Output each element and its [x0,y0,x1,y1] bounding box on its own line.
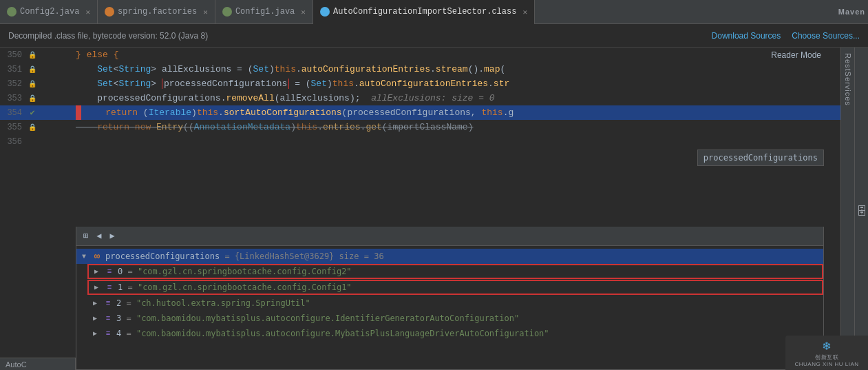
lock-icon-351: 🔒 [28,65,37,74]
debug-forward-btn[interactable]: ▶ [108,229,116,243]
tab-bar: Config2.java ✕ spring.factories ✕ Config… [0,0,868,24]
debug-panel: ⊞ ◀ ▶ ▼ ∞ processedConfigurations = {Lin… [76,227,824,370]
watermark: ❄ 创新互联 CHUANG XIN HU LIAN [785,336,868,370]
debug-toolbar: ⊞ ◀ ▶ [76,227,823,246]
item0-label: 0 = "com.gzl.cn.springbootcache.config.C… [118,267,352,276]
root-arrow: ▼ [82,253,92,260]
code-line-353: 353 🔒 processedConfigurations.removeAll(… [0,91,840,105]
info-links: Download Sources Choose Sources... [712,31,860,41]
db-sidebar[interactable]: 🗄 [854,48,868,370]
lock-icon-355: 🔒 [28,123,37,132]
debug-tree: ▼ ∞ processedConfigurations = {LinkedHas… [76,246,823,368]
item1-arrow: ▶ [94,283,104,291]
tree-root-item[interactable]: ▼ ∞ processedConfigurations = {LinkedHas… [76,249,823,264]
line-num-350: 350 [0,50,28,60]
item0-arrow: ▶ [94,267,104,276]
tab-auto-config[interactable]: AutoConfigurationImportSelector.class ✕ [313,0,535,24]
code-line-352: 352 🔒 Set<String> processedConfiguration… [0,76,840,91]
watermark-line1: 创新互联 [815,353,838,361]
config2-icon [7,7,17,17]
tab-auto-config-close[interactable]: ✕ [522,8,527,17]
code-line-355: 355 🔒 return new Entry((AnnotationMetada… [0,120,840,134]
debug-image-btn[interactable]: ⊞ [82,229,89,243]
gutter-355: 355 🔒 [0,123,76,132]
breakpoint-indicator-354 [76,105,81,120]
item4-label: 4 = "com.baomidou.mybatisplus.autoconfig… [116,329,549,338]
highlight-var-processedconfigurations: processedConfigurations [162,79,289,89]
breakpoint-354: ✔ [28,108,37,118]
tab-config2[interactable]: Config2.java ✕ [0,0,98,24]
line-code-352: Set<String> processedConfigurations = (S… [76,79,840,89]
code-line-356: 356 [0,134,840,149]
bottom-tab-label: AutoC [6,360,27,369]
code-area: Reader Mode 350 🔒 } else { 351 [0,48,840,370]
maven-top-label[interactable]: Maven [838,8,865,16]
right-sidebars: RestServices 🗄 [840,48,868,370]
code-line-351: 351 🔒 Set<String> allExclusions = (Set)t… [0,62,840,76]
line-num-355: 355 [0,123,28,132]
line-num-356: 356 [0,137,28,147]
line-code-355: return new Entry((AnnotationMetadata)thi… [76,122,840,132]
watermark-logo: ❄ [823,338,831,353]
line-num-353: 353 [0,94,28,103]
item4-icon: ≡ [103,329,114,338]
lock-icon-352: 🔒 [28,79,37,89]
debug-back-btn[interactable]: ◀ [95,229,103,243]
tree-item-4[interactable]: ▶ ≡ 4 = "com.baomidou.mybatisplus.autoco… [87,326,823,341]
tab-config1[interactable]: Config1.java ✕ [215,0,313,24]
spring-factories-icon [105,7,114,17]
tab-spring-factories-label: spring.factories [118,7,197,17]
item1-label: 1 = "com.gzl.cn.springbootcache.config.C… [118,282,352,292]
item3-arrow: ▶ [93,314,103,322]
config1-icon [222,7,232,17]
tab-config2-label: Config2.java [20,7,79,17]
tab-config1-close[interactable]: ✕ [301,8,306,17]
item4-arrow: ▶ [93,329,103,338]
choose-sources-link[interactable]: Choose Sources... [792,31,860,41]
popup-box: processedConfigurations [697,150,824,166]
rest-sidebar[interactable]: RestServices [840,48,854,370]
tab-auto-config-label: AutoConfigurationImportSelector.class [333,7,516,17]
line-code-350: } else { [76,50,840,60]
line-code-353: processedConfigurations.removeAll(allExc… [76,93,840,103]
rest-services-label[interactable]: RestServices [844,53,852,106]
root-icon: ∞ [92,251,103,261]
line-code-351: Set<String> allExclusions = (Set)this.au… [76,64,840,74]
gutter-352: 352 🔒 [0,79,76,89]
tab-spring-factories[interactable]: spring.factories ✕ [98,0,215,24]
tree-item-3[interactable]: ▶ ≡ 3 = "com.baomidou.mybatisplus.autoco… [87,311,823,326]
info-bar: Decompiled .class file, bytecode version… [0,24,868,48]
code-line-354: 354 ✔ return (Iterable)this.sortAutoConf… [0,105,840,120]
download-sources-link[interactable]: Download Sources [712,31,781,41]
line-num-352: 352 [0,79,28,89]
item3-icon: ≡ [103,314,114,323]
item0-icon: ≡ [104,267,115,276]
gutter-351: 351 🔒 [0,65,76,74]
tab-config2-close[interactable]: ✕ [85,8,90,17]
line-num-354: 354 [0,108,28,118]
tree-item-1[interactable]: ▶ ≡ 1 = "com.gzl.cn.springbootcache.conf… [87,280,823,295]
popup-label: processedConfigurations [703,153,818,163]
database-icon[interactable]: 🗄 [856,205,867,218]
item2-arrow: ▶ [93,299,103,307]
tree-item-0[interactable]: ▶ ≡ 0 = "com.gzl.cn.springbootcache.conf… [87,264,823,279]
line-num-351: 351 [0,65,28,74]
auto-config-icon [320,7,330,17]
watermark-line2: CHUANG XIN HU LIAN [794,361,858,367]
tab-spring-factories-close[interactable]: ✕ [203,8,208,17]
item2-icon: ≡ [103,298,114,308]
item1-icon: ≡ [104,282,115,292]
item3-label: 3 = "com.baomidou.mybatisplus.autoconfig… [116,314,519,323]
lock-icon-350: 🔒 [28,50,37,60]
main-area: Reader Mode 350 🔒 } else { 351 [0,48,868,370]
gutter-354: 354 ✔ [0,108,76,118]
item2-label: 2 = "ch.hutool.extra.spring.SpringUtil" [116,298,310,308]
tree-item-2[interactable]: ▶ ≡ 2 = "ch.hutool.extra.spring.SpringUt… [87,296,823,311]
gutter-356: 356 [0,137,76,147]
line-code-354: return (Iterable)this.sortAutoConfigurat… [81,107,840,118]
bottom-tab[interactable]: AutoC [0,358,76,370]
lock-icon-353: 🔒 [28,94,37,103]
reader-mode-button[interactable]: Reader Mode [771,50,821,60]
tab-config1-label: Config1.java [235,7,295,17]
info-text: Decompiled .class file, bytecode version… [8,31,208,41]
